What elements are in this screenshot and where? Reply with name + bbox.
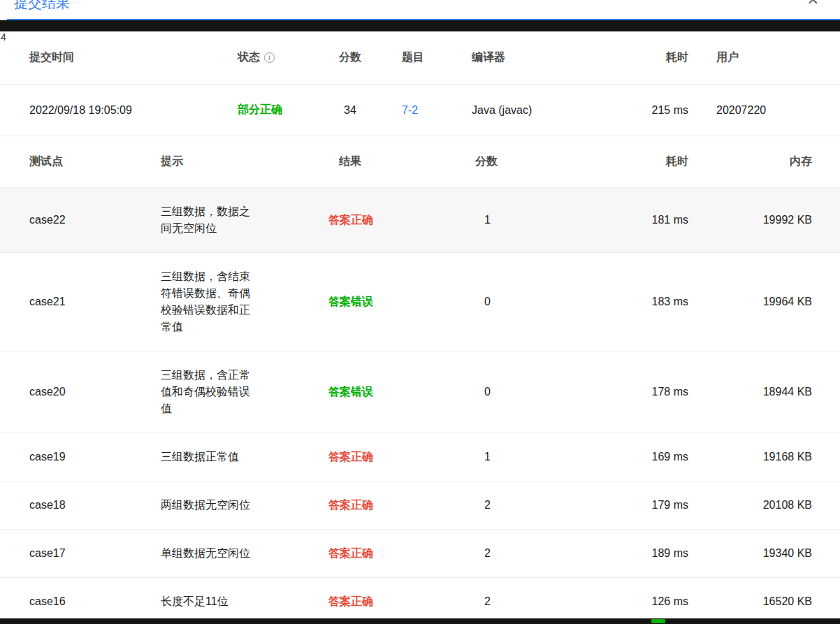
clipped-line-number: 4 — [1, 31, 6, 43]
test-case-row: case17 单组数据无空闲位 答案正确 2 189 ms 19340 KB — [0, 530, 840, 578]
case-score: 2 — [475, 595, 632, 608]
case-result: 答案错误 — [328, 385, 475, 400]
header-user: 用户 — [688, 50, 812, 65]
case-result: 答案正确 — [328, 498, 475, 513]
header-result: 结果 — [328, 154, 475, 169]
summary-row: 2022/09/18 19:05:09 部分正确 34 7-2 Java (ja… — [0, 85, 840, 136]
case-name: case18 — [29, 499, 161, 511]
test-case-row: case20 三组数据，含正常值和奇偶校验错误值 答案错误 0 178 ms 1… — [0, 351, 840, 433]
compiler-value: Java (javac) — [472, 104, 632, 117]
case-score: 0 — [475, 386, 632, 398]
case-hint: 三组数据，含结束符错误数据、奇偶校验错误数据和正常值 — [161, 268, 253, 335]
test-case-row: case18 两组数据无空闲位 答案正确 2 179 ms 20108 KB — [0, 481, 840, 530]
case-result: 答案正确 — [328, 546, 475, 561]
case-result: 答案正确 — [328, 213, 475, 228]
case-hint: 三组数据正常值 — [161, 449, 253, 465]
modal-title: 提交结果 — [14, 0, 70, 13]
close-icon[interactable]: ✕ — [806, 0, 819, 7]
user-id: 20207220 — [688, 104, 812, 117]
header-time: 耗时 — [632, 50, 688, 65]
submit-time: 2022/09/18 19:05:09 — [29, 104, 238, 117]
page-background-strip-bottom — [0, 618, 840, 624]
header-score: 分数 — [339, 50, 402, 65]
total-score: 34 — [339, 104, 402, 117]
test-case-row: case22 三组数据，数据之间无空闲位 答案正确 1 181 ms 19992… — [0, 188, 840, 253]
header-compiler: 编译器 — [472, 50, 632, 65]
header-test-case: 测试点 — [29, 154, 161, 169]
case-name: case19 — [29, 451, 161, 463]
case-score: 2 — [475, 499, 632, 511]
header-submit-time: 提交时间 — [29, 50, 238, 65]
case-memory: 19964 KB — [688, 296, 812, 308]
case-time: 183 ms — [632, 296, 688, 308]
header-status-label: 状态 — [238, 51, 260, 63]
case-score: 1 — [475, 451, 632, 463]
case-score: 2 — [475, 547, 632, 560]
case-time: 169 ms — [632, 451, 688, 463]
case-hint: 两组数据无空闲位 — [161, 497, 253, 514]
case-hint: 单组数据无空闲位 — [161, 545, 253, 562]
case-time: 179 ms — [632, 499, 688, 511]
title-active-underline — [7, 19, 840, 20]
case-memory: 19340 KB — [688, 547, 812, 560]
case-score: 1 — [475, 214, 632, 226]
status-badge: 部分正确 — [238, 103, 339, 117]
header-memory: 内存 — [688, 154, 812, 169]
cases-table-header: 测试点 提示 结果 分数 耗时 内存 — [0, 136, 840, 188]
total-time: 215 ms — [632, 104, 688, 117]
case-hint: 三组数据，含正常值和奇偶校验错误值 — [161, 367, 253, 417]
info-icon[interactable]: i — [264, 52, 275, 63]
header-hint: 提示 — [161, 154, 328, 169]
header-status: 状态i — [238, 50, 339, 65]
case-name: case20 — [29, 386, 161, 398]
case-hint: 长度不足11位 — [161, 593, 253, 610]
modal-body: 提交时间 状态i 分数 题目 编译器 耗时 用户 2022/09/18 19:0… — [0, 31, 840, 618]
case-name: case21 — [29, 296, 161, 308]
header-problem: 题目 — [402, 50, 472, 65]
case-result: 答案正确 — [328, 595, 475, 609]
test-case-row: case21 三组数据，含结束符错误数据、奇偶校验错误数据和正常值 答案错误 0… — [0, 253, 840, 351]
case-time: 178 ms — [632, 386, 688, 398]
case-result: 答案错误 — [328, 295, 475, 310]
case-time: 126 ms — [632, 595, 688, 608]
header-case-time: 耗时 — [632, 154, 688, 169]
case-memory: 20108 KB — [688, 499, 812, 511]
case-hint: 三组数据，数据之间无空闲位 — [161, 203, 253, 237]
case-score: 0 — [475, 296, 632, 308]
test-case-row: case16 长度不足11位 答案正确 2 126 ms 16520 KB — [0, 578, 840, 618]
case-name: case17 — [29, 547, 161, 560]
case-name: case16 — [29, 595, 161, 608]
summary-table-header: 提交时间 状态i 分数 题目 编译器 耗时 用户 — [0, 31, 840, 85]
case-time: 181 ms — [632, 214, 688, 226]
page-background-strip-top — [0, 20, 840, 31]
case-memory: 19168 KB — [688, 451, 812, 463]
clipped-green-fragment — [651, 619, 665, 623]
case-time: 189 ms — [632, 547, 688, 560]
case-memory: 16520 KB — [688, 595, 812, 608]
case-memory: 18944 KB — [688, 386, 812, 398]
problem-link[interactable]: 7-2 — [402, 104, 418, 116]
case-memory: 19992 KB — [688, 214, 812, 226]
modal-header: 提交结果 ✕ — [0, 0, 840, 20]
test-case-row: case19 三组数据正常值 答案正确 1 169 ms 19168 KB — [0, 433, 840, 481]
cases-table-body: case22 三组数据，数据之间无空闲位 答案正确 1 181 ms 19992… — [0, 188, 840, 618]
case-name: case22 — [29, 214, 161, 226]
header-case-score: 分数 — [475, 154, 632, 169]
case-result: 答案正确 — [328, 450, 475, 465]
